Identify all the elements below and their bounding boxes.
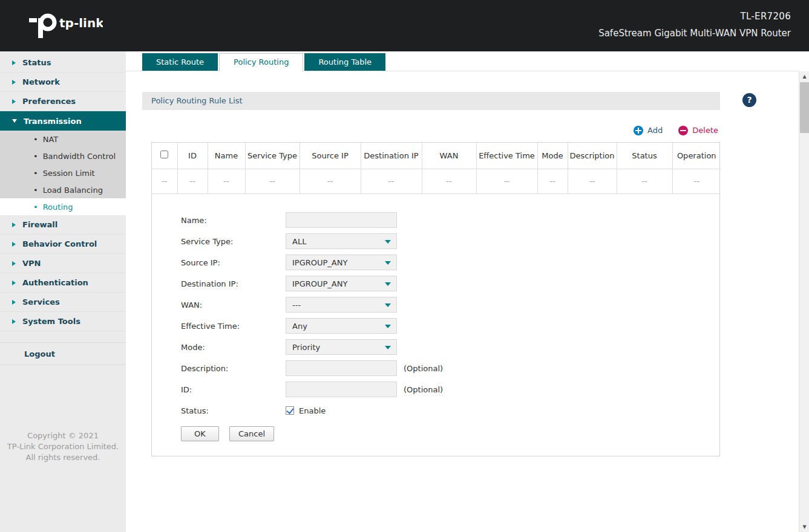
sidebar-subitem-session-limit[interactable]: Session Limit [0,164,126,181]
select-all-cell [152,143,177,169]
chevron-right-icon [12,281,16,285]
sidebar-item-transmission[interactable]: Transmission [0,111,126,131]
effective-time-select[interactable]: Any [286,318,397,334]
sidebar-item-behavior-control[interactable]: Behavior Control [0,235,126,254]
section-title-bar: Policy Routing Rule List [142,92,720,110]
id-input[interactable] [286,381,397,397]
mode-value: Priority [292,343,320,352]
mode-select[interactable]: Priority [286,339,397,355]
vertical-scrollbar[interactable]: ▲ ▼ [799,71,809,532]
ok-button[interactable]: OK [181,426,219,441]
form-row-wan: WAN: --- [181,294,719,316]
copyright-line: TP-Link Corporation Limited. [0,441,126,452]
sidebar-subitem-bandwidth-control[interactable]: Bandwidth Control [0,148,126,164]
scroll-down-arrow-icon[interactable]: ▼ [799,522,809,532]
help-icon[interactable]: ? [742,93,756,107]
wan-value: --- [292,300,301,310]
sidebar-subitem-label: Bandwidth Control [43,152,116,161]
section-title: Policy Routing Rule List [151,96,243,105]
source-ip-label: Source IP: [181,258,286,267]
column-header-name: Name [208,143,245,169]
source-ip-value: IPGROUP_ANY [292,258,347,267]
empty-cell: -- [476,169,537,193]
sidebar-item-vpn[interactable]: VPN [0,254,126,273]
wan-select[interactable]: --- [286,297,397,313]
sidebar-subitem-load-balancing[interactable]: Load Balancing [0,181,126,198]
column-header-destination-ip: Destination IP [361,143,422,169]
select-all-checkbox[interactable] [160,151,168,158]
description-optional-note: (Optional) [404,364,443,373]
form-row-description: Description: (Optional) [181,358,719,379]
dropdown-arrow-icon [385,282,391,286]
sidebar-subitem-label: Load Balancing [43,186,103,195]
form-row-source-ip: Source IP: IPGROUP_ANY [181,252,719,273]
sidebar-item-label: Transmission [24,117,82,126]
sidebar-item-services[interactable]: Services [0,293,126,312]
source-ip-select[interactable]: IPGROUP_ANY [286,255,397,270]
tp-link-logo: tp-link [29,10,103,39]
column-header-source-ip: Source IP [300,143,361,169]
column-header-operation: Operation [672,143,721,169]
logout-button[interactable]: Logout [0,342,126,365]
sidebar-item-label: Preferences [22,97,76,106]
sidebar-subitem-label: Routing [43,203,73,212]
main-content: Static Route Policy Routing Routing Tabl… [126,51,809,532]
sidebar-subitem-routing[interactable]: Routing [0,198,126,215]
chevron-right-icon [12,222,16,227]
sidebar-item-status[interactable]: Status [0,53,126,73]
empty-cell: -- [245,169,300,193]
tab-policy-routing[interactable]: Policy Routing [219,53,303,71]
empty-cell: -- [537,169,568,193]
router-admin-page: tp-link TL-ER7206 SafeStream Gigabit Mul… [0,0,809,532]
description-input[interactable] [286,360,397,376]
transmission-submenu: NAT Bandwidth Control Session Limit Load… [0,131,126,215]
policy-routing-rule-table: ID Name Service Type Source IP Destinati… [152,143,721,194]
sidebar-item-network[interactable]: Network [0,73,126,92]
rule-form: Name: Service Type: ALL Source IP: IPGRO… [181,210,719,441]
name-input[interactable] [286,212,397,228]
cancel-button[interactable]: Cancel [229,426,274,441]
name-label: Name: [181,216,286,225]
logo-wordmark: tp-link [59,16,103,30]
sidebar-item-label: Behavior Control [22,239,97,248]
sidebar-nav: Status Network Preferences Transmission … [0,51,126,532]
column-header-wan: WAN [422,143,476,169]
dropdown-arrow-icon [385,303,391,307]
column-header-effective-time: Effective Time [476,143,537,169]
delete-button[interactable]: Delete [678,126,718,135]
chevron-down-icon [12,119,17,123]
sidebar-item-label: VPN [22,259,41,268]
sidebar-item-system-tools[interactable]: System Tools [0,312,126,331]
tab-routing-table[interactable]: Routing Table [304,53,385,71]
chevron-right-icon [12,319,16,324]
chevron-right-icon [12,300,16,305]
form-row-destination-ip: Destination IP: IPGROUP_ANY [181,273,719,294]
form-row-mode: Mode: Priority [181,337,719,358]
tab-static-route[interactable]: Static Route [142,53,218,71]
empty-cell: -- [300,169,361,193]
sidebar-item-firewall[interactable]: Firewall [0,215,126,235]
chevron-right-icon [12,242,16,247]
copyright-line: All rights reserved. [0,452,126,463]
scroll-up-arrow-icon[interactable]: ▲ [799,71,809,82]
column-header-service-type: Service Type [245,143,300,169]
form-row-id: ID: (Optional) [181,379,719,400]
destination-ip-select[interactable]: IPGROUP_ANY [286,276,397,291]
chevron-right-icon [12,99,16,104]
mode-label: Mode: [181,343,286,352]
empty-cell: -- [568,169,617,193]
destination-ip-value: IPGROUP_ANY [292,279,347,288]
empty-cell: -- [208,169,245,193]
sidebar-subitem-nat[interactable]: NAT [0,131,126,148]
service-type-select[interactable]: ALL [286,233,397,249]
enable-label: Enable [299,406,326,415]
sidebar-item-authentication[interactable]: Authentication [0,273,126,293]
sidebar-item-preferences[interactable]: Preferences [0,92,126,111]
scrollbar-thumb[interactable] [800,82,809,133]
copyright-line: Copyright © 2021 [0,430,126,441]
status-label: Status: [181,406,286,415]
minus-circle-icon [678,126,688,135]
form-row-status: Status: Enable [181,400,719,421]
add-button[interactable]: Add [634,126,663,135]
enable-checkbox[interactable] [286,406,294,415]
